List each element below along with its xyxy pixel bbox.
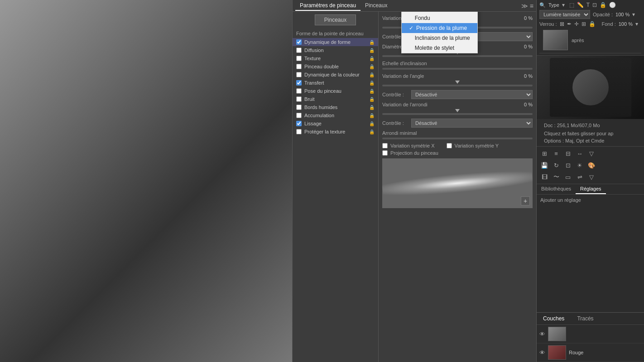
tab-pinceaux[interactable]: Pinceaux: [360, 1, 392, 11]
brush-item-dynamique-forme[interactable]: Dynamique de forme 🔒: [293, 38, 378, 46]
lock-icon-1: 🔒: [369, 48, 375, 53]
artboard-icon[interactable]: ⊞: [582, 21, 586, 27]
arrondi-min-slider: [382, 138, 533, 139]
controle-select-2[interactable]: Désactivé: [411, 90, 533, 99]
checkbox-sym-x[interactable]: [382, 143, 388, 148]
search-icon: 🔍: [539, 2, 546, 8]
ps-verrou-row: Verrou : ⊠ ✒ ✛ ⊞ 🔒 Fond : 100 % ▾: [539, 21, 641, 27]
tab-reglages[interactable]: Réglages: [576, 184, 606, 194]
tab-couches[interactable]: Couches: [537, 313, 571, 324]
rect-icon[interactable]: ▭: [563, 172, 573, 182]
brush-item-texture[interactable]: Texture 🔒: [293, 54, 378, 62]
panel-header: Paramètres de pinceau Pinceaux ≫ ≡: [293, 0, 536, 12]
brush-item-diffusion[interactable]: Diffusion 🔒: [293, 46, 378, 54]
brush-item-bords-humides[interactable]: Bords humides 🔒: [293, 103, 378, 111]
layers-icon[interactable]: ≡: [551, 148, 561, 158]
menu-icon[interactable]: ≡: [530, 2, 533, 10]
blend-mode-select[interactable]: Lumière tamisée: [539, 10, 590, 19]
brush-tool-icon[interactable]: ✒: [567, 21, 572, 27]
brush-item-label-8: Bords humides: [304, 105, 337, 110]
brush-item-bruit[interactable]: Bruit 🔒: [293, 95, 378, 103]
refresh-icon[interactable]: ↻: [551, 160, 561, 170]
checkbox-diffusion[interactable]: [296, 48, 302, 53]
brush-item-label-1: Diffusion: [304, 48, 324, 53]
slider-track-6[interactable]: [382, 138, 533, 139]
brush-item-proteger[interactable]: Protéger la texture 🔒: [293, 128, 378, 136]
checkbox-sym-y[interactable]: [447, 143, 452, 148]
brush-preview: +: [382, 158, 533, 208]
color-icon[interactable]: 🎨: [586, 160, 596, 170]
checkbox-pose[interactable]: [296, 88, 302, 94]
lock-icon-3: 🔒: [369, 64, 375, 69]
triangle-icon[interactable]: ▽: [586, 148, 596, 158]
wave-icon[interactable]: 〜: [551, 172, 561, 182]
slider-track-2[interactable]: [382, 55, 533, 57]
filter-icon[interactable]: ▽: [586, 172, 596, 182]
checkbox-dynamique-forme[interactable]: [296, 39, 302, 45]
slider-track-5[interactable]: [382, 113, 533, 115]
checkbox-transfert[interactable]: [296, 80, 302, 86]
film-icon[interactable]: 🎞: [539, 172, 549, 182]
text-icon[interactable]: T: [586, 2, 590, 8]
eye-icon-1[interactable]: 👁: [539, 349, 545, 356]
checkbox-projection[interactable]: [382, 150, 388, 156]
slider-track-4[interactable]: [382, 85, 533, 86]
checkbox-dynamique-couleur[interactable]: [296, 72, 302, 77]
move-icon[interactable]: ✛: [574, 21, 579, 27]
dropdown-item-inclinaison[interactable]: Inclinaison de la plume: [402, 33, 477, 43]
brush-item-accumulation[interactable]: Accumulation 🔒: [293, 111, 378, 119]
checkbox-proteger[interactable]: [296, 129, 302, 134]
pinceaux-btn-container: Pinceaux: [293, 14, 378, 25]
dropdown-item-pression[interactable]: ✓ Pression de la plume: [402, 23, 477, 33]
brush-item-transfert[interactable]: Transfert 🔒: [293, 79, 378, 87]
save-icon[interactable]: 💾: [539, 160, 549, 170]
crop-icon[interactable]: ⊡: [592, 2, 597, 8]
brush-item-pose[interactable]: Pose du pinceau 🔒: [293, 87, 378, 95]
slider-arrow-4: [455, 109, 460, 112]
brush-item-lissage[interactable]: Lissage 🔒: [293, 119, 378, 128]
arrows-icon[interactable]: ↔: [575, 148, 585, 158]
checkbox-bords-humides[interactable]: [296, 105, 302, 110]
dropdown-item-molette[interactable]: Molette de stylet: [402, 43, 477, 53]
slider-track-3[interactable]: [382, 68, 533, 70]
square-icon[interactable]: ⊡: [563, 160, 573, 170]
brush-item-dynamique-couleur[interactable]: Dynamique de la couleur 🔒: [293, 71, 378, 79]
lock-box-icon[interactable]: ⊠: [560, 21, 564, 27]
lock3-icon[interactable]: 🔒: [589, 21, 596, 27]
tab-traces[interactable]: Tracés: [571, 313, 600, 324]
brightness-icon[interactable]: ☀: [575, 160, 585, 170]
photo-background: [0, 0, 292, 362]
arrondi-min-label: Arrondi minimal: [382, 130, 428, 136]
layer-thumb-1: [548, 345, 566, 360]
checkbox-bruit[interactable]: [296, 96, 302, 102]
pinceaux-button[interactable]: Pinceaux: [315, 14, 356, 25]
swap-icon[interactable]: ⇌: [575, 172, 585, 182]
brush-item-label-5: Transfert: [304, 80, 324, 86]
controle-select-3[interactable]: Désactivé: [411, 119, 533, 128]
image-adjust-icon[interactable]: ⬚: [569, 2, 574, 8]
check-inclinaison: [409, 35, 412, 41]
opacity-dropdown[interactable]: ▾: [632, 11, 635, 18]
layer-item-1[interactable]: 👁 Rouge: [537, 343, 644, 362]
fond-label: Fond :: [602, 21, 616, 27]
brush-item-pinceau-double[interactable]: Pinceau double 🔒: [293, 62, 378, 71]
eye-icon-0[interactable]: 👁: [539, 331, 545, 338]
bars-icon[interactable]: ⊟: [563, 148, 573, 158]
ajouter-reglage-btn[interactable]: Ajouter un réglage: [540, 197, 640, 203]
tab-parametres-pinceau[interactable]: Paramètres de pinceau: [295, 1, 360, 11]
tab-bibliotheques[interactable]: Bibliothèques: [537, 184, 576, 194]
dropdown-item-fondu[interactable]: Fondu: [402, 13, 477, 23]
type-dropdown-arrow[interactable]: ▾: [562, 2, 565, 8]
checkbox-lissage[interactable]: [296, 121, 302, 126]
add-brush-button[interactable]: +: [521, 196, 530, 205]
checkbox-pinceau-double[interactable]: [296, 64, 302, 69]
brush-item-label-6: Pose du pinceau: [304, 88, 341, 94]
checkbox-accumulation[interactable]: [296, 113, 302, 118]
icon-row-2: 💾 ↻ ⊡ ☀ 🎨: [539, 160, 641, 170]
layer-item-0[interactable]: 👁: [537, 325, 644, 343]
fond-dropdown[interactable]: ▾: [635, 21, 638, 27]
grid-icon[interactable]: ⊞: [539, 148, 549, 158]
checkbox-texture[interactable]: [296, 56, 302, 61]
expand-icon[interactable]: ≫: [521, 2, 528, 10]
edit-icon[interactable]: ✏️: [577, 2, 584, 8]
